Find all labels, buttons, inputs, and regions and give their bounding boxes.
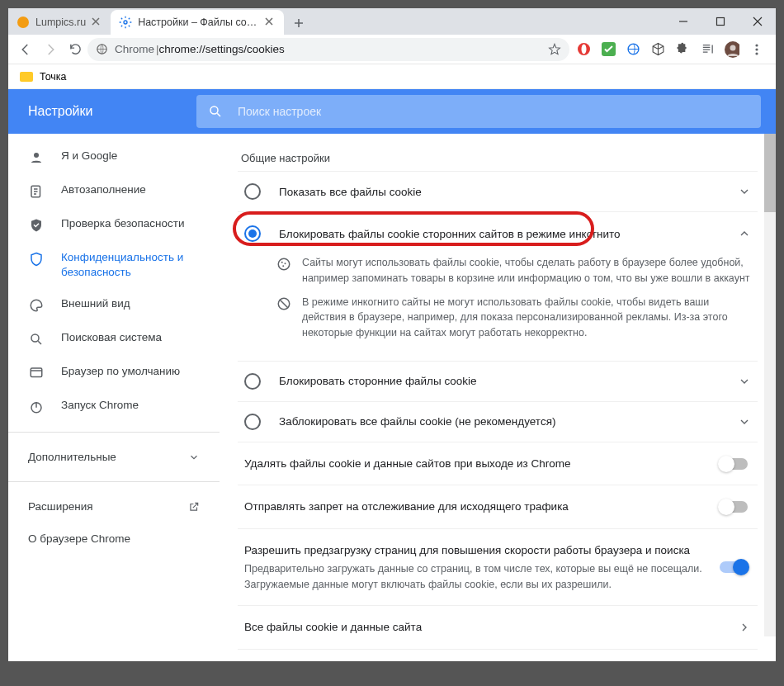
sidebar-item-autofill[interactable]: Автозаполнение xyxy=(8,174,220,208)
tab-settings[interactable]: Настройки – Файлы cookie и др xyxy=(111,10,284,35)
reload-button[interactable] xyxy=(63,37,87,62)
main: Я и Google Автозаполнение Проверка безоп… xyxy=(8,134,776,661)
bookmark-item[interactable]: Точка xyxy=(40,71,67,83)
toggle-do-not-track[interactable]: Отправлять запрет на отслеживание для ис… xyxy=(238,485,758,528)
svg-point-14 xyxy=(34,153,39,158)
favicon-lumpics xyxy=(17,16,30,29)
scrollbar-thumb[interactable] xyxy=(764,134,776,212)
svg-rect-17 xyxy=(31,368,42,377)
radio-icon xyxy=(244,183,261,200)
maximize-button[interactable] xyxy=(701,8,739,35)
content: Общие настройки Показать все файлы cooki… xyxy=(220,134,776,661)
radio-block-all[interactable]: Заблокировать все файлы cookie (не реком… xyxy=(238,401,758,442)
toolbar: Chrome | chrome://settings/cookies xyxy=(8,35,776,64)
radio-allow-all[interactable]: Показать все файлы cookie xyxy=(238,171,758,211)
svg-point-21 xyxy=(285,263,286,264)
person-icon xyxy=(28,149,45,166)
site-info-icon[interactable] xyxy=(96,43,108,55)
checkmark-icon[interactable] xyxy=(601,42,616,57)
sidebar-extensions[interactable]: Расширения xyxy=(8,490,220,523)
tab-title: Настройки – Файлы cookie и др xyxy=(138,17,259,28)
open-external-icon xyxy=(188,501,200,513)
chevron-down-icon[interactable] xyxy=(738,415,751,428)
opera-icon[interactable] xyxy=(576,42,591,57)
chevron-right-icon xyxy=(738,621,751,634)
bookmark-star-icon[interactable] xyxy=(548,43,561,56)
tab-lumpics[interactable]: Lumpics.ru xyxy=(8,10,111,35)
search-icon xyxy=(208,104,223,119)
chevron-down-icon[interactable] xyxy=(738,185,751,198)
sidebar-about[interactable]: О браузере Chrome xyxy=(8,523,220,555)
chevron-down-icon xyxy=(188,452,200,463)
radio-block-third-party[interactable]: Блокировать сторонние файлы cookie xyxy=(238,361,758,401)
toggle-switch[interactable] xyxy=(720,501,748,513)
cube-ext-icon[interactable] xyxy=(650,42,665,57)
settings-title: Настройки xyxy=(8,104,196,119)
always-allow-row: Сайты, которые всегда могут использовать… xyxy=(238,649,758,661)
all-cookies-link[interactable]: Все файлы cookie и данные сайта xyxy=(238,605,758,649)
toggle-clear-on-exit[interactable]: Удалять файлы cookie и данные сайтов при… xyxy=(238,442,758,485)
extensions-puzzle-icon[interactable] xyxy=(675,42,690,57)
omnibox[interactable]: Chrome | chrome://settings/cookies xyxy=(87,38,569,61)
new-tab-button[interactable] xyxy=(287,12,310,35)
radio-icon xyxy=(244,373,261,390)
bookmarks-bar: Точка xyxy=(8,64,776,89)
sidebar-divider xyxy=(8,481,220,482)
sidebar-item-appearance[interactable]: Внешний вид xyxy=(8,288,220,322)
svg-point-19 xyxy=(278,258,290,270)
minimize-button[interactable] xyxy=(664,8,701,35)
close-icon[interactable] xyxy=(91,17,102,28)
chrome-menu-icon[interactable] xyxy=(749,42,764,57)
close-icon[interactable] xyxy=(264,17,276,28)
svg-point-5 xyxy=(581,45,586,54)
sidebar-item-search-engine[interactable]: Поисковая система xyxy=(8,322,220,356)
reading-list-icon[interactable] xyxy=(700,42,715,57)
globe-ext-icon[interactable] xyxy=(626,42,640,57)
tab-title: Lumpics.ru xyxy=(35,17,86,28)
omnibox-url: chrome://settings/cookies xyxy=(159,43,285,55)
svg-rect-2 xyxy=(716,18,724,26)
scrollbar-track[interactable] xyxy=(764,134,776,636)
back-button[interactable] xyxy=(13,37,38,62)
svg-point-0 xyxy=(17,17,29,28)
forward-button[interactable] xyxy=(38,37,63,62)
block-icon xyxy=(276,296,292,341)
sidebar-advanced[interactable]: Дополнительные xyxy=(8,441,220,473)
settings-header: Настройки xyxy=(8,89,776,134)
toggle-preload[interactable]: Разрешить предзагрузку страниц для повыш… xyxy=(238,528,758,605)
toggle-switch[interactable] xyxy=(720,458,748,470)
close-window-button[interactable] xyxy=(739,8,776,35)
browser-icon xyxy=(28,365,45,381)
svg-point-9 xyxy=(730,45,736,50)
favicon-settings xyxy=(119,16,132,29)
cookie-icon xyxy=(276,257,292,286)
sidebar: Я и Google Автозаполнение Проверка безоп… xyxy=(8,134,220,661)
svg-point-12 xyxy=(755,52,758,54)
settings-search[interactable] xyxy=(196,95,761,128)
omnibox-scheme: Chrome xyxy=(115,43,154,55)
svg-point-20 xyxy=(281,262,283,263)
svg-point-13 xyxy=(210,106,218,114)
extension-icons xyxy=(569,42,771,57)
sidebar-item-privacy[interactable]: Конфиденциальность и безопасность xyxy=(8,242,220,288)
toggle-switch[interactable] xyxy=(720,561,748,573)
profile-avatar[interactable] xyxy=(725,42,739,57)
chevron-up-icon[interactable] xyxy=(738,227,751,240)
palette-icon xyxy=(28,297,45,314)
sidebar-divider xyxy=(8,432,220,433)
svg-point-16 xyxy=(31,334,39,342)
power-icon xyxy=(28,399,45,415)
svg-point-1 xyxy=(124,21,127,24)
browser-window: Lumpics.ru Настройки – Файлы cookie и др xyxy=(0,0,784,686)
sidebar-item-you-and-google[interactable]: Я и Google xyxy=(8,140,220,174)
radio-icon xyxy=(244,225,261,242)
sidebar-item-default-browser[interactable]: Браузер по умолчанию xyxy=(8,356,220,390)
svg-point-11 xyxy=(755,48,758,50)
settings-search-input[interactable] xyxy=(236,104,749,119)
sidebar-item-on-startup[interactable]: Запуск Chrome xyxy=(8,390,220,423)
chevron-down-icon[interactable] xyxy=(738,375,751,388)
radio-block-third-party-incognito[interactable]: Блокировать файлы cookie сторонних сайто… xyxy=(238,211,758,253)
sidebar-item-safety-check[interactable]: Проверка безопасности xyxy=(8,208,220,242)
radio-expanded-details: Сайты могут использовать файлы cookie, ч… xyxy=(238,253,758,361)
autofill-icon xyxy=(28,183,45,200)
